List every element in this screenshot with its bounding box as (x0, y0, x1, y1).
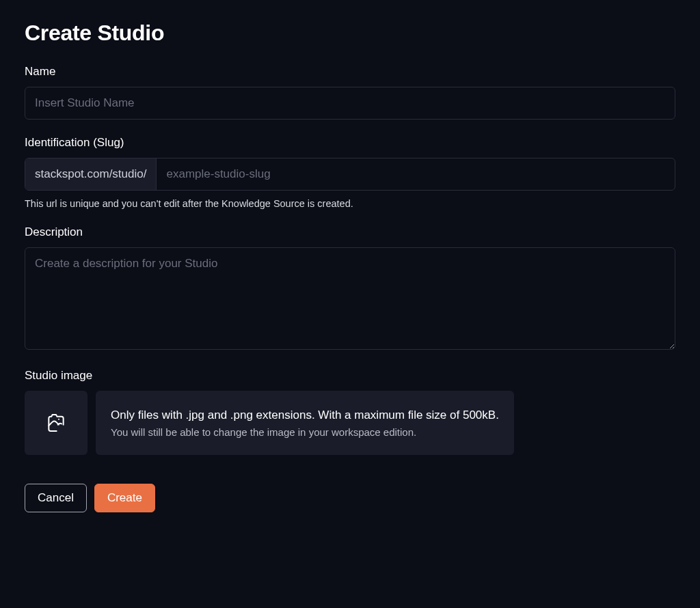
button-row: Cancel Create (25, 484, 675, 512)
name-label: Name (25, 65, 675, 79)
image-info-panel: Only files with .jpg and .png extensions… (96, 391, 514, 455)
image-info-secondary: You will still be able to change the ima… (111, 426, 499, 438)
slug-label: Identification (Slug) (25, 136, 675, 150)
slug-help-text: This url is unique and you can't edit af… (25, 198, 675, 209)
create-button[interactable]: Create (94, 484, 155, 512)
slug-field-group: Identification (Slug) stackspot.com/stud… (25, 136, 675, 209)
description-input[interactable] (25, 247, 675, 350)
slug-input[interactable] (157, 158, 675, 190)
description-label: Description (25, 225, 675, 239)
image-label: Studio image (25, 369, 675, 383)
cancel-button[interactable]: Cancel (25, 484, 87, 512)
image-info-primary: Only files with .jpg and .png extensions… (111, 409, 499, 422)
image-section: Only files with .jpg and .png extensions… (25, 391, 675, 455)
image-upload-button[interactable] (25, 391, 88, 455)
image-icon (45, 412, 67, 434)
name-input[interactable] (25, 87, 675, 120)
name-field-group: Name (25, 65, 675, 120)
slug-prefix: stackspot.com/studio/ (25, 158, 157, 190)
image-field-group: Studio image Only files with .jpg and .p… (25, 369, 675, 455)
description-field-group: Description (25, 225, 675, 353)
page-title: Create Studio (25, 20, 675, 46)
slug-container: stackspot.com/studio/ (25, 158, 675, 191)
